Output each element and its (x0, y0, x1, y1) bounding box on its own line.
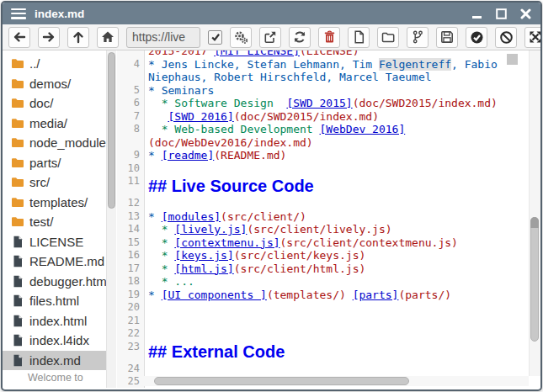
markdown-link[interactable]: [UI components ] (162, 289, 267, 301)
file-icon (11, 294, 24, 307)
editor-line[interactable]: 17 * [html.js](src/client/html.js) (117, 262, 529, 276)
close-icon (520, 8, 531, 19)
delete-button[interactable] (318, 27, 340, 48)
editor-line[interactable]: Niephaus, Robert Hirschfeld, Marcel Taeu… (117, 71, 529, 84)
maximize-button[interactable] (494, 7, 508, 20)
line-number: 11 (117, 175, 148, 188)
markdown-link[interactable]: [SWD 2016] (168, 110, 233, 123)
sidebar-item-doc[interactable]: doc/ (3, 93, 107, 114)
url-input[interactable] (126, 27, 200, 48)
new-file-button[interactable] (348, 27, 370, 48)
editor-line[interactable]: 5* Seminars (117, 84, 529, 98)
sidebar-item-templates[interactable]: templates/ (3, 193, 107, 213)
editor-hscrollbar-thumb[interactable] (154, 377, 409, 385)
editor-hscrollbar-track[interactable] (144, 376, 529, 386)
editor-line[interactable]: 7 [SWD 2016](doc/SWD2015/index.md) (117, 110, 529, 124)
editor-line[interactable]: (doc/WebDev2016/index.md) (117, 136, 529, 150)
sidebar-item-media[interactable]: media/ (3, 114, 107, 134)
menu-icon[interactable] (11, 8, 26, 19)
sidebar-item-[interactable]: ../ (3, 54, 107, 74)
editor-line[interactable]: 16 * [keys.js](src/client/keys.js) (117, 249, 529, 262)
minimize-button[interactable] (470, 7, 483, 20)
sidebar-item-demos[interactable]: demos/ (3, 74, 107, 94)
save-button[interactable] (436, 27, 458, 48)
editor-line[interactable]: 15 * [contextmenu.js](src/client/context… (117, 236, 529, 250)
markdown-editor[interactable]: 2015-2017 [MIT LICENSE](LICENSE)4* Jens … (117, 50, 540, 388)
fullscreen-button[interactable] (524, 27, 542, 48)
sidebar-item-license[interactable]: LICENSE (3, 232, 107, 252)
markdown-link[interactable]: [SWD 2015] (286, 97, 352, 109)
sidebar-scrollbar-track[interactable] (106, 50, 116, 388)
markdown-link[interactable]: [keys.js] (174, 249, 233, 262)
sidebar-item-parts[interactable]: parts/ (3, 153, 107, 173)
folder-icon (11, 117, 24, 130)
markdown-link[interactable]: [MIT LICENSE] (214, 50, 300, 57)
sidebar-item-index-html[interactable]: index.html (3, 311, 107, 331)
line-number: 10 (117, 162, 148, 176)
home-icon (101, 30, 114, 44)
sidebar-item-index-l4idx[interactable]: index.l4idx (3, 331, 107, 351)
editor-line[interactable]: 21 (117, 315, 529, 328)
editor-line[interactable]: 8 * Web-based Development [WebDev 2016] (117, 123, 529, 136)
markdown-link[interactable]: [modules] (162, 210, 221, 223)
close-button[interactable] (519, 7, 532, 20)
markdown-link[interactable]: [readme] (162, 149, 215, 162)
editor-line[interactable]: 2015-2017 [MIT LICENSE](LICENSE) (117, 50, 529, 58)
settings-button[interactable] (230, 27, 252, 48)
line-number: 19 (117, 289, 148, 302)
line-number: 21 (117, 315, 148, 328)
sidebar-scrollbar-thumb[interactable] (108, 52, 115, 209)
editor-vscrollbar-thumb[interactable] (530, 217, 539, 342)
reload-button[interactable] (289, 27, 311, 48)
editor-line[interactable]: 6 * Software Design [SWD 2015](doc/SWD20… (117, 97, 529, 110)
editor-line[interactable]: 10 (117, 162, 529, 176)
editor-line[interactable]: 13* [modules](src/client/) (117, 210, 529, 224)
back-button[interactable] (8, 27, 30, 48)
editor-line[interactable]: 19* [UI components ](templates/) [parts]… (117, 289, 529, 302)
open-external-button[interactable] (259, 27, 281, 48)
editor-line[interactable]: 23## External Code (117, 341, 529, 363)
trash-icon (323, 30, 336, 44)
editor-line[interactable]: 20 (117, 301, 529, 315)
folder-icon (11, 97, 24, 109)
editor-line[interactable]: 18 * ... (117, 275, 529, 289)
markdown-link[interactable]: [WebDev 2016] (320, 123, 406, 135)
editor-line[interactable]: 14 * [lively.js](src/client/lively.js) (117, 223, 529, 236)
editor-line[interactable]: 24 (117, 363, 529, 376)
editor-line[interactable]: 22 (117, 327, 529, 341)
sidebar-item-node-modules[interactable]: node_modules/ (3, 133, 107, 153)
accept-button[interactable] (466, 27, 487, 48)
sidebar-item-readme-md[interactable]: README.md (3, 252, 107, 272)
sidebar-item-debugger-html[interactable]: debugger.html (3, 272, 107, 292)
folder-icon (11, 77, 24, 90)
check-icon (210, 32, 221, 42)
file-icon (11, 354, 24, 367)
markdown-link[interactable]: [parts] (353, 289, 399, 301)
new-folder-button[interactable] (377, 27, 399, 48)
file-label: index.md (29, 353, 81, 368)
sidebar-item-index-md[interactable]: index.md (3, 351, 107, 371)
sidebar-item-test[interactable]: test/ (3, 212, 107, 232)
editor-line[interactable]: 12 (117, 197, 529, 210)
url-checkbox[interactable] (208, 30, 222, 45)
editor-vscrollbar-track[interactable] (529, 50, 540, 376)
sidebar-item-src[interactable]: src/ (3, 172, 107, 193)
versions-button[interactable] (407, 27, 429, 48)
markdown-link[interactable]: [lively.js] (174, 223, 247, 236)
file-label: parts/ (29, 156, 61, 170)
editor-line[interactable]: 9* [readme](README.md) (117, 149, 529, 162)
editor-line[interactable]: 4* Jens Lincke, Stefan Lehmann, Tim Felg… (117, 58, 529, 72)
line-number: 23 (117, 341, 148, 354)
markdown-link[interactable]: [html.js] (174, 262, 233, 275)
sidebar-item-files-html[interactable]: files.html (3, 291, 107, 311)
editor-line[interactable]: 11## Live Source Code (117, 175, 529, 197)
up-button[interactable] (67, 27, 89, 48)
markdown-link[interactable]: [contextmenu.js] (174, 236, 279, 249)
cancel-button[interactable] (495, 27, 517, 48)
file-label: files.html (29, 294, 79, 308)
line-number: 17 (117, 262, 148, 276)
forward-button[interactable] (38, 27, 60, 48)
line-number: 16 (117, 249, 148, 262)
toolbar (3, 24, 540, 50)
home-button[interactable] (97, 27, 119, 48)
